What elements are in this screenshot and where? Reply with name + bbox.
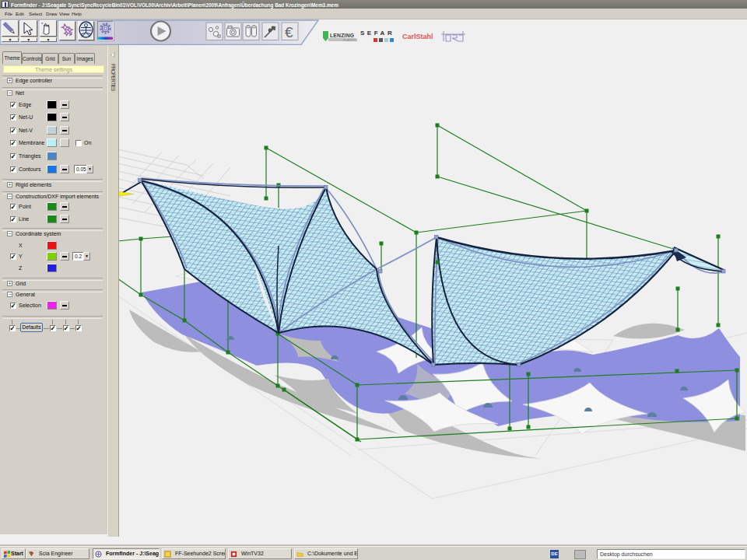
svg-text:LENZING: LENZING xyxy=(330,33,354,38)
svg-text:SEFAR: SEFAR xyxy=(360,30,395,37)
svg-text:*: * xyxy=(41,22,44,26)
svg-text:€: € xyxy=(285,24,293,40)
svg-text:PLASTICS: PLASTICS xyxy=(343,39,358,42)
svg-text:CarlStahl: CarlStahl xyxy=(402,33,433,40)
